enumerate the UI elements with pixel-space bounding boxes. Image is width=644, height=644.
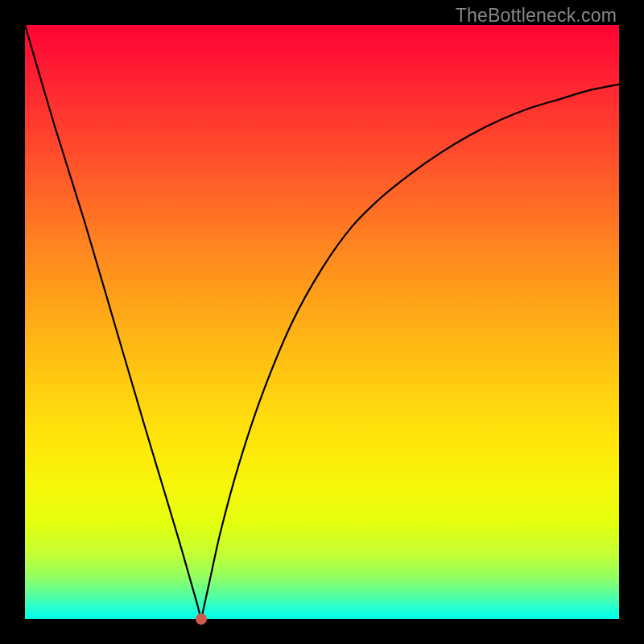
bottleneck-curve [25,25,619,619]
curve-svg [25,25,619,619]
watermark-text: TheBottleneck.com [456,5,617,27]
minimum-marker [196,613,207,625]
chart-frame: TheBottleneck.com [0,0,644,644]
plot-area [25,25,619,619]
